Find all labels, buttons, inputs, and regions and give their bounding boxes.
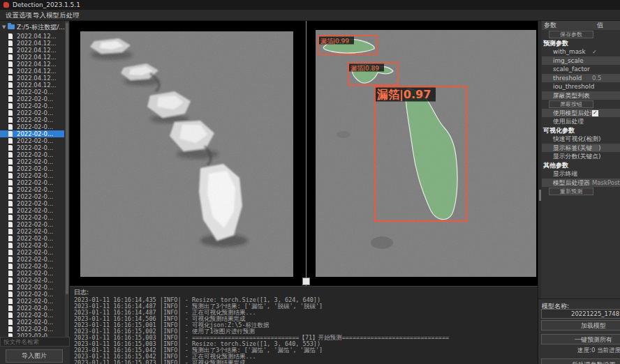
tree-item[interactable]: 2022-02-0... <box>0 305 64 312</box>
tree-item-label: 2022-02-0... <box>17 221 53 228</box>
tree-item[interactable]: 2022-02-0... <box>0 103 64 109</box>
file-icon <box>8 117 13 123</box>
tree-item[interactable]: 2022-02-0... <box>0 319 64 326</box>
tree-item[interactable]: 2022-02-0... <box>0 228 64 235</box>
tree-item[interactable]: 2022-02-0... <box>0 151 64 158</box>
param-row[interactable]: 屏蔽类型列表 <box>542 91 620 100</box>
param-button[interactable]: 屏蔽按钮 <box>549 100 593 108</box>
tree-item[interactable]: 2022.04.12... <box>0 75 64 82</box>
tree-item[interactable]: 2022-02-0... <box>0 96 64 103</box>
tree-item[interactable]: 2022.04.12... <box>0 33 64 40</box>
param-button[interactable]: 重新预测 <box>549 188 593 195</box>
tree-item[interactable]: 2022-02-0... <box>0 116 64 123</box>
param-row: 重新预测 <box>542 187 620 196</box>
tree-scrollbar-thumb[interactable] <box>66 22 68 294</box>
param-button[interactable]: 保存参数 <box>549 31 593 38</box>
tree-item[interactable]: 2022-02-0... <box>0 130 64 137</box>
param-row[interactable]: 显示终端 <box>542 169 620 179</box>
tree-item[interactable]: 2022.04.12... <box>0 54 64 61</box>
tree-item[interactable]: 2022-02-0... <box>0 165 64 172</box>
params-scrollbar-thumb[interactable] <box>539 190 541 201</box>
chevron-down-icon[interactable]: ▼ <box>2 23 6 31</box>
tree-item[interactable]: 2022-02-0... <box>0 242 64 249</box>
tree-item[interactable]: 2022-02-0... <box>0 123 64 130</box>
param-row[interactable]: with_mask✓ <box>542 47 620 56</box>
file-icon <box>8 264 13 269</box>
param-row[interactable]: 使用模型后处理 <box>542 109 620 118</box>
tree-item[interactable]: 2022-02-0... <box>0 235 64 242</box>
param-row[interactable]: 快速可视化(检测) <box>542 135 620 144</box>
tree-item[interactable]: 2022-02-0... <box>0 277 64 284</box>
original-image-panel[interactable] <box>80 31 293 277</box>
tree-item[interactable]: 2022-02-0... <box>0 270 64 277</box>
folder-icon <box>8 24 15 29</box>
tree-item[interactable]: 2022-02-0... <box>0 298 64 305</box>
file-icon <box>8 250 13 255</box>
tree-root-label: Z:/5-标注数据/... <box>17 24 65 31</box>
param-row[interactable]: scale_factor <box>542 65 620 74</box>
tree-item[interactable]: 2022-02-0... <box>0 326 64 333</box>
tree-item[interactable]: 2022-02-0... <box>0 263 64 270</box>
tree-item[interactable]: 2022-02-0... <box>0 109 64 116</box>
tree-item[interactable]: 2022-02-0... <box>0 291 64 298</box>
tree-item-label: 2022-02-0... <box>17 116 53 123</box>
tree-item[interactable]: 2022-02-0... <box>0 221 64 228</box>
prediction-image-panel[interactable]: 漏箔|0.99漏箔|0.89漏箔|0.97 <box>316 30 536 277</box>
params-scrollbar[interactable] <box>539 21 541 298</box>
param-row[interactable]: 模型后处理器MaskPostPro <box>542 179 620 188</box>
tree-item[interactable]: 2022.04.12... <box>0 61 64 68</box>
tree-item[interactable]: 2022-02-0... <box>0 172 64 179</box>
tree-item[interactable]: 2022.04.12... <box>0 47 64 54</box>
tree-item[interactable]: 2022-02-0... <box>0 179 64 186</box>
predict-all-button[interactable]: 一键预测所有 <box>541 334 620 344</box>
tree-scrollbar[interactable] <box>65 21 69 337</box>
postprocess-settings-button[interactable]: 后处理参数设置 <box>541 358 620 364</box>
search-input[interactable] <box>0 337 70 347</box>
tree-item[interactable]: 2022-02-0... <box>0 312 64 319</box>
tree-item[interactable]: 2022-02-0... <box>0 186 64 193</box>
tree-item[interactable]: 2022-02-0... <box>0 256 64 263</box>
model-name-field[interactable]: 20221225_174813 <box>541 309 620 319</box>
detection-overlay: 漏箔|0.99漏箔|0.89漏箔|0.97 <box>316 30 536 277</box>
file-icon <box>8 222 13 227</box>
menu-import-postprocess[interactable]: 导入模型后处理 <box>33 11 80 20</box>
tree-item-label: 2022-02-0... <box>17 263 53 270</box>
param-row[interactable]: 显示分数(关键点) <box>542 152 620 161</box>
params-col-value: 值 <box>597 21 603 30</box>
tree-item[interactable]: 2022-02-0... <box>0 214 64 221</box>
tree-item[interactable]: 2022-02-0... <box>0 137 64 144</box>
tree-item[interactable]: 2022-02-0... <box>0 200 64 207</box>
tree-item[interactable]: 2022-02-0... <box>0 284 64 291</box>
menu-settings[interactable]: 设置选项 <box>6 11 32 20</box>
param-row[interactable]: threshold0.5 <box>542 74 620 83</box>
file-icon <box>8 312 13 318</box>
param-row[interactable]: 使用后处理 <box>542 117 620 126</box>
import-images-button[interactable]: 导入图片 <box>6 349 63 363</box>
param-checkbox[interactable] <box>592 110 598 116</box>
param-row[interactable]: 预测参数 <box>542 39 620 48</box>
tree-item-label: 2022.04.12... <box>17 54 57 61</box>
file-icon <box>8 236 13 241</box>
tree-item[interactable]: 2022-02-0... <box>0 158 64 165</box>
param-row[interactable]: 显示标签(关键点) <box>542 144 620 153</box>
tree-item[interactable]: 2022-02-0... <box>0 89 64 96</box>
tree-item[interactable]: 2022-02-0... <box>0 144 64 151</box>
tree-item-label: 2022.04.12... <box>17 75 57 82</box>
param-row[interactable]: 其他参数 <box>542 161 620 170</box>
tree-item[interactable]: 2022.04.12... <box>0 40 64 47</box>
file-icon <box>8 291 13 297</box>
tree-item[interactable]: 2022-02-0... <box>0 249 64 256</box>
tree-item-label: 2022-02-0... <box>17 284 53 291</box>
tree-item[interactable]: 2022-02-0... <box>0 193 64 200</box>
tree-root-folder[interactable]: ▼ Z:/5-标注数据/... <box>0 23 69 31</box>
param-row[interactable]: 可视化参数 <box>542 126 620 135</box>
param-checkbox[interactable] <box>592 145 598 151</box>
param-row[interactable]: iou_threshold <box>542 82 620 91</box>
load-model-button[interactable]: 加载模型 <box>541 320 620 331</box>
tree-item[interactable]: 2022.04.12... <box>0 82 64 89</box>
tree-item[interactable]: 2022.04.12... <box>0 68 64 75</box>
panel-splitter[interactable] <box>306 21 307 286</box>
splitter-handle[interactable] <box>302 278 310 285</box>
tree-item[interactable]: 2022-02-0... <box>0 207 64 214</box>
param-row[interactable]: img_scale <box>542 56 620 66</box>
